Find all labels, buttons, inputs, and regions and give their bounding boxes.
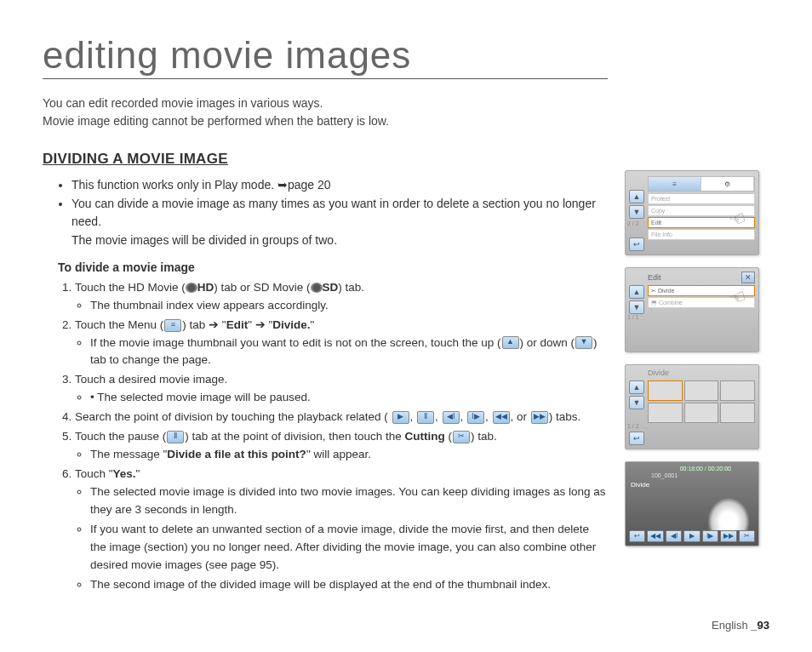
step-fwd-icon [467, 411, 484, 424]
tab-list-icon[interactable]: ≡ [649, 177, 701, 191]
page-counter: 1 / 2 [627, 423, 639, 429]
screenshot-divide-playback: 00:18:00 / 00:20:00 100_0001 Divide ↩ ◀◀… [625, 461, 759, 546]
timecode: 00:18:00 / 00:20:00 [680, 466, 731, 472]
page-counter: 2 / 2 [627, 220, 639, 226]
screen-title: Edit [648, 273, 661, 282]
step-1-sub: The thumbnail index view appears accordi… [90, 297, 608, 315]
film-icon [311, 283, 323, 293]
step-5: Touch the pause () tab at the point of d… [75, 428, 608, 464]
screen-title: Divide [648, 369, 669, 377]
up-button[interactable]: ▲ [629, 285, 644, 299]
step-1: Touch the HD Movie (HD) tab or SD Movie … [75, 279, 608, 315]
bullet-2: You can divide a movie image as many tim… [71, 195, 608, 232]
step-4: Search the point of division by touching… [75, 409, 608, 426]
step-3-sub: • The selected movie image will be pause… [90, 389, 608, 407]
screenshot-menu-edit: ≡ ⚙ ▲ ▼ Protect Copy Edit File Info 2 / … [625, 170, 759, 255]
steps-list: Touch the HD Movie (HD) tab or SD Movie … [43, 279, 608, 594]
video-thumb[interactable] [684, 380, 719, 401]
screenshot-edit-divide: Edit ▲ ▼ ✂ Divide ⬒ Combine 1 / 1 ☜ ✕ [625, 267, 759, 352]
ffwd-icon [531, 411, 548, 424]
step-6-sub2: If you want to delete an unwanted sectio… [90, 521, 608, 575]
up-icon [502, 336, 519, 349]
down-button[interactable]: ▼ [629, 205, 644, 219]
up-button[interactable]: ▲ [629, 380, 644, 394]
down-icon [575, 336, 592, 349]
mode-label: Divide [631, 481, 649, 489]
page-counter: 1 / 1 [627, 314, 639, 320]
intro-block: You can edit recorded movie images in va… [43, 94, 608, 130]
return-button[interactable]: ↩ [629, 237, 644, 251]
menu-icon [164, 319, 181, 332]
close-button[interactable]: ✕ [741, 272, 755, 283]
step-back-icon [443, 411, 460, 424]
return-button[interactable]: ↩ [629, 432, 644, 445]
film-icon [186, 283, 197, 293]
screenshot-divide-thumbs: Divide ▲ ▼ 1 / 2 ↩ [625, 364, 759, 449]
step-fwd-button[interactable]: Ⅰ▶ [702, 530, 718, 542]
video-preview [699, 488, 758, 530]
bullet-1: This function works only in Play mode. ➥… [71, 176, 608, 195]
step-6-sub3: The second image of the divided image wi… [90, 576, 608, 594]
ffwd-button[interactable]: ▶▶ [720, 530, 736, 542]
video-thumb[interactable] [684, 403, 719, 423]
intro-bullets: This function works only in Play mode. ➥… [43, 176, 608, 250]
page-title: editing movie images [43, 34, 608, 79]
step-2-sub: If the movie image thumbnail you want to… [90, 335, 608, 370]
up-button[interactable]: ▲ [629, 190, 644, 203]
rewind-icon [493, 411, 510, 424]
intro-line-2: Movie image editing cannot be performed … [43, 114, 389, 128]
scissors-icon [453, 431, 470, 443]
play-icon [392, 411, 409, 424]
step-5-sub: The message "Divide a file at this point… [90, 446, 608, 464]
down-button[interactable]: ▼ [629, 396, 644, 409]
section-heading: DIVIDING A MOVIE IMAGE [43, 151, 608, 168]
video-thumb-selected[interactable] [648, 380, 683, 401]
procedure-heading: To divide a movie image [58, 260, 608, 274]
tab-settings-icon[interactable]: ⚙ [701, 177, 754, 191]
step-6: Touch "Yes." The selected movie image is… [75, 466, 608, 593]
pause-icon [167, 431, 184, 443]
filename: 100_0001 [651, 472, 678, 478]
video-thumb[interactable] [720, 380, 755, 401]
return-button[interactable]: ↩ [629, 530, 645, 542]
video-thumb[interactable] [720, 403, 755, 423]
bullet-2-cont: The movie images will be divided in grou… [71, 233, 337, 247]
step-2: Touch the Menu () tab ➔ "Edit" ➔ "Divide… [75, 317, 608, 370]
step-6-sub1: The selected movie image is divided into… [90, 483, 608, 519]
down-button[interactable]: ▼ [629, 300, 644, 314]
cut-button[interactable]: ✂ [739, 530, 755, 542]
step-3: Touch a desired movie image. • The selec… [75, 371, 608, 407]
step-back-button[interactable]: ◀Ⅰ [666, 530, 682, 542]
rewind-button[interactable]: ◀◀ [647, 530, 663, 542]
video-thumb[interactable] [648, 403, 683, 423]
intro-line-1: You can edit recorded movie images in va… [43, 96, 323, 110]
menu-protect[interactable]: Protect [648, 193, 755, 204]
screenshot-column: ≡ ⚙ ▲ ▼ Protect Copy Edit File Info 2 / … [625, 34, 769, 595]
play-button[interactable]: ▶ [683, 530, 700, 542]
page-footer: English _93 [712, 619, 769, 632]
pause-icon [417, 411, 434, 424]
